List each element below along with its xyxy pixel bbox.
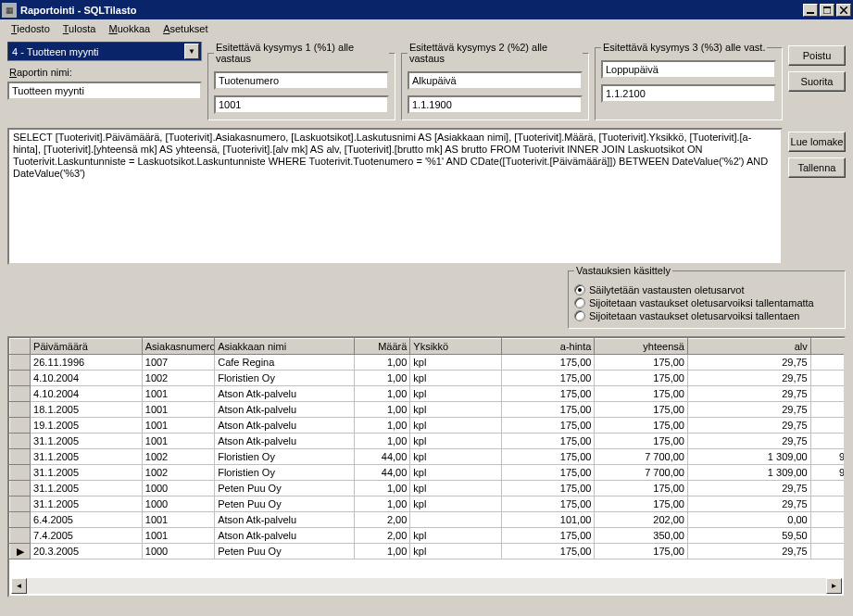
column-header-name[interactable]: Asiakkaan nimi [215,339,355,355]
question2-value[interactable]: 1.1.1900 [408,95,583,114]
cell-name[interactable]: Atson Atk-palvelu [215,528,355,544]
menu-settings[interactable]: Asetukset [157,21,213,36]
cell-cust[interactable]: 1001 [142,418,214,434]
cell-qty[interactable]: 1,00 [355,386,410,402]
menu-file[interactable]: Tiedosto [6,21,56,36]
cell-date[interactable]: 7.4.2005 [31,528,143,544]
table-row[interactable]: 4.10.20041001Atson Atk-palvelu1,00kpl175… [10,386,845,402]
cell-cust[interactable]: 1002 [142,449,214,465]
row-header[interactable] [10,434,31,449]
cell-date[interactable]: 4.10.2004 [31,386,143,402]
cell-total[interactable]: 350,00 [595,528,688,544]
cell-date[interactable]: 18.1.2005 [31,402,143,418]
cell-total[interactable]: 175,00 [595,481,688,497]
cell-extra[interactable] [810,481,844,497]
cell-vat[interactable]: 1 309,00 [687,465,810,481]
scroll-track[interactable] [27,578,826,594]
cell-name[interactable]: Peten Puu Oy [215,481,355,497]
cell-total[interactable]: 7 700,00 [595,449,688,465]
column-header-cust[interactable]: Asiakasnumero [142,339,214,355]
column-header-vat[interactable]: alv [687,339,810,355]
cell-extra[interactable] [810,386,844,402]
sql-text[interactable]: SELECT [Tuoterivit].Päivämäärä, [Tuoteri… [7,128,783,265]
cell-vat[interactable]: 1 309,00 [687,449,810,465]
cell-qty[interactable]: 1,00 [355,544,410,559]
cell-unit[interactable]: kpl [410,544,502,559]
table-row[interactable]: 31.1.20051000Peten Puu Oy1,00kpl175,0017… [10,497,845,512]
cell-total[interactable]: 175,00 [595,418,688,434]
table-row[interactable]: 26.11.19961007Cafe Regina1,00kpl175,0017… [10,355,845,371]
chevron-down-icon[interactable]: ▼ [184,44,199,59]
row-header[interactable] [10,497,31,512]
cell-cust[interactable]: 1000 [142,481,214,497]
cell-extra[interactable] [810,418,844,434]
cell-cust[interactable]: 1001 [142,402,214,418]
question1-prompt[interactable]: Tuotenumero [214,71,389,90]
table-row[interactable]: 31.1.20051002Floristien Oy44,00kpl175,00… [10,465,845,481]
row-header[interactable] [10,355,31,371]
read-form-button[interactable]: Lue lomake [788,132,846,152]
horizontal-scrollbar[interactable]: ◄ ► [11,578,842,594]
menu-output[interactable]: Tulosta [57,21,102,36]
answers-option-save[interactable]: Sijoitetaan vastaukset oletusarvoiksi ta… [574,309,839,322]
cell-date[interactable]: 6.4.2005 [31,512,143,528]
cell-date[interactable]: 31.1.2005 [31,497,143,512]
cell-date[interactable]: 31.1.2005 [31,449,143,465]
cell-name[interactable]: Floristien Oy [215,371,355,386]
column-header-date[interactable]: Päivämäärä [31,339,143,355]
cell-unit[interactable]: kpl [410,386,502,402]
cell-unit[interactable]: kpl [410,497,502,512]
cell-extra[interactable]: 9 [810,449,844,465]
cell-date[interactable]: 31.1.2005 [31,465,143,481]
cell-unit[interactable]: kpl [410,434,502,449]
cell-cust[interactable]: 1007 [142,355,214,371]
cell-name[interactable]: Peten Puu Oy [215,497,355,512]
cell-qty[interactable]: 2,00 [355,528,410,544]
cell-date[interactable]: 19.1.2005 [31,418,143,434]
cell-date[interactable]: 31.1.2005 [31,481,143,497]
cell-qty[interactable]: 1,00 [355,434,410,449]
cell-total[interactable]: 175,00 [595,434,688,449]
answers-option-nosave[interactable]: Sijoitetaan vastaukset oletusarvoiksi ta… [574,296,839,309]
cell-unit[interactable] [410,512,502,528]
exit-button[interactable]: Poistu [788,45,846,66]
cell-total[interactable]: 175,00 [595,386,688,402]
question2-prompt[interactable]: Alkupäivä [408,71,583,90]
cell-price[interactable]: 175,00 [501,371,595,386]
cell-total[interactable]: 175,00 [595,402,688,418]
cell-cust[interactable]: 1000 [142,544,214,559]
question1-value[interactable]: 1001 [214,95,389,114]
cell-name[interactable]: Atson Atk-palvelu [215,402,355,418]
cell-extra[interactable] [810,434,844,449]
row-header[interactable]: ▶ [10,544,31,559]
cell-price[interactable]: 175,00 [501,449,595,465]
cell-qty[interactable]: 44,00 [355,465,410,481]
row-header[interactable] [10,402,31,418]
cell-unit[interactable]: kpl [410,449,502,465]
cell-name[interactable]: Floristien Oy [215,465,355,481]
cell-total[interactable]: 175,00 [595,497,688,512]
cell-unit[interactable]: kpl [410,371,502,386]
cell-cust[interactable]: 1002 [142,371,214,386]
cell-qty[interactable]: 1,00 [355,481,410,497]
cell-price[interactable]: 175,00 [501,355,595,371]
cell-price[interactable]: 175,00 [501,544,595,559]
cell-name[interactable]: Atson Atk-palvelu [215,434,355,449]
cell-vat[interactable]: 29,75 [687,402,810,418]
cell-qty[interactable]: 1,00 [355,371,410,386]
scroll-left-icon[interactable]: ◄ [11,578,27,594]
cell-total[interactable]: 175,00 [595,544,688,559]
cell-unit[interactable]: kpl [410,465,502,481]
close-button[interactable] [836,4,851,17]
cell-cust[interactable]: 1001 [142,434,214,449]
table-row[interactable]: 7.4.20051001Atson Atk-palvelu2,00kpl175,… [10,528,845,544]
table-row[interactable]: 4.10.20041002Floristien Oy1,00kpl175,001… [10,371,845,386]
column-header-qty[interactable]: Määrä [355,339,410,355]
cell-vat[interactable]: 29,75 [687,544,810,559]
cell-name[interactable]: Cafe Regina [215,355,355,371]
table-row[interactable]: 31.1.20051001Atson Atk-palvelu1,00kpl175… [10,434,845,449]
cell-date[interactable]: 20.3.2005 [31,544,143,559]
table-row[interactable]: 6.4.20051001Atson Atk-palvelu2,00101,002… [10,512,845,528]
table-row[interactable]: ▶20.3.20051000Peten Puu Oy1,00kpl175,001… [10,544,845,559]
cell-unit[interactable]: kpl [410,418,502,434]
